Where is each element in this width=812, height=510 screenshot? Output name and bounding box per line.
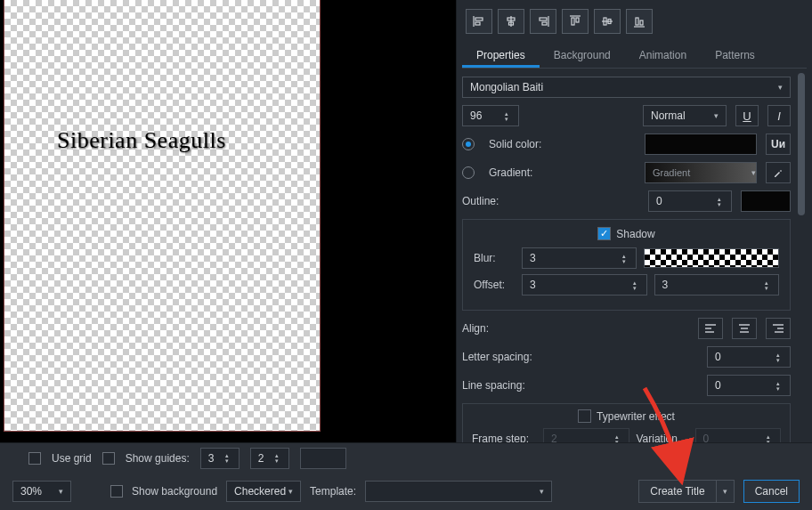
show-guides-checkbox[interactable] <box>102 452 115 465</box>
guides-y-input[interactable]: 2▴▾ <box>250 448 289 469</box>
svg-rect-11 <box>576 18 579 22</box>
frame-step-input: 2▴▾ <box>543 428 629 442</box>
show-guides-label: Show guides: <box>126 452 190 465</box>
bottom-toolbar: 30%▾ Show background Checkered▾ Template… <box>0 473 812 510</box>
svg-rect-7 <box>540 18 547 20</box>
use-grid-label: Use grid <box>52 452 92 465</box>
align-center-h-button[interactable] <box>498 9 524 34</box>
underline-button[interactable]: U <box>735 105 759 126</box>
svg-rect-10 <box>572 18 574 25</box>
create-title-dropdown[interactable]: ▾ <box>717 480 735 503</box>
size-up[interactable]: ▴ <box>502 111 511 116</box>
canvas-area[interactable]: Siberian Seagulls <box>0 0 456 442</box>
font-select[interactable]: Mongolian Baiti▾ <box>462 77 791 98</box>
create-title-button[interactable]: Create Title <box>638 480 716 503</box>
blur-input[interactable]: 3▴▾ <box>522 247 637 269</box>
align-label: Align: <box>462 322 540 335</box>
shadow-pattern-swatch[interactable] <box>644 248 779 268</box>
text-align-center[interactable] <box>732 318 757 339</box>
grid-toolbar: Use grid Show guides: 3▴▾ 2▴▾ <box>0 442 812 473</box>
variation-label: Variation <box>637 433 688 442</box>
outline-input[interactable]: 0▴▾ <box>648 190 732 212</box>
unicode-button[interactable]: Uи <box>766 134 791 155</box>
object-align-row <box>462 5 807 43</box>
svg-rect-2 <box>475 22 480 25</box>
show-background-label: Show background <box>132 485 217 498</box>
svg-rect-16 <box>636 18 638 25</box>
tab-bar: Properties Background Animation Patterns <box>462 43 807 69</box>
background-mode-select[interactable]: Checkered▾ <box>226 481 301 502</box>
canvas-page[interactable]: Siberian Seagulls <box>4 0 320 431</box>
offset-label: Offset: <box>474 279 515 291</box>
outline-label: Outline: <box>462 195 540 207</box>
outline-color-swatch[interactable] <box>741 190 791 212</box>
letter-spacing-label: Letter spacing: <box>462 351 540 363</box>
line-spacing-label: Line spacing: <box>462 379 540 392</box>
solid-color-radio[interactable] <box>462 138 475 150</box>
tab-background[interactable]: Background <box>540 43 625 68</box>
letter-spacing-input[interactable]: 0▴▾ <box>707 346 791 368</box>
align-right-button[interactable] <box>530 9 556 34</box>
svg-rect-17 <box>640 20 643 25</box>
properties-panel: Properties Background Animation Patterns… <box>456 0 812 442</box>
typewriter-checkbox[interactable] <box>578 409 591 423</box>
blur-label: Blur: <box>474 252 515 264</box>
font-size-input[interactable]: 96▴▾ <box>462 105 519 126</box>
guides-extra-input[interactable] <box>300 448 346 469</box>
cancel-button[interactable]: Cancel <box>743 480 800 503</box>
scrollbar-thumb[interactable] <box>798 73 805 215</box>
align-top-button[interactable] <box>562 9 589 34</box>
tab-properties[interactable]: Properties <box>462 43 540 68</box>
offset-x-input[interactable]: 3▴▾ <box>522 274 647 295</box>
align-bottom-button[interactable] <box>626 9 653 34</box>
shadow-group: ✓ Shadow Blur: 3▴▾ Offset: 3▴▾ 3▴▾ <box>462 219 791 311</box>
svg-rect-8 <box>542 22 547 25</box>
offset-y-input[interactable]: 3▴▾ <box>654 274 780 295</box>
title-text[interactable]: Siberian Seagulls <box>57 127 226 154</box>
template-select[interactable]: ▾ <box>365 481 552 502</box>
tab-patterns[interactable]: Patterns <box>701 43 769 68</box>
eyedropper-button[interactable] <box>766 162 791 183</box>
shadow-label: Shadow <box>616 228 654 240</box>
shadow-checkbox[interactable]: ✓ <box>597 227 611 240</box>
use-grid-checkbox[interactable] <box>28 452 41 465</box>
line-spacing-input[interactable]: 0▴▾ <box>707 375 791 396</box>
variation-input: 0▴▾ <box>695 428 782 442</box>
svg-rect-1 <box>475 18 483 20</box>
solid-color-label: Solid color: <box>489 138 567 150</box>
typewriter-label: Typewriter effect <box>597 410 675 423</box>
text-align-right[interactable] <box>766 318 791 339</box>
italic-button[interactable]: I <box>767 105 791 126</box>
show-background-checkbox[interactable] <box>110 485 123 498</box>
text-align-left[interactable] <box>698 318 723 339</box>
zoom-select[interactable]: 30%▾ <box>12 481 71 502</box>
frame-step-label: Frame step: <box>472 433 536 442</box>
gradient-radio[interactable] <box>462 166 475 179</box>
tab-animation[interactable]: Animation <box>625 43 701 68</box>
template-label: Template: <box>310 485 356 498</box>
font-weight-select[interactable]: Normal▾ <box>643 105 727 126</box>
gradient-label: Gradient: <box>489 166 567 179</box>
size-down[interactable]: ▾ <box>502 117 511 121</box>
guides-x-input[interactable]: 3▴▾ <box>200 448 240 469</box>
align-center-v-button[interactable] <box>594 9 621 34</box>
solid-color-swatch[interactable] <box>645 134 757 155</box>
typewriter-group: Typewriter effect Frame step: 2▴▾ Variat… <box>462 403 791 442</box>
align-left-button[interactable] <box>466 9 492 34</box>
gradient-swatch[interactable]: Gradient▾ <box>645 162 757 183</box>
